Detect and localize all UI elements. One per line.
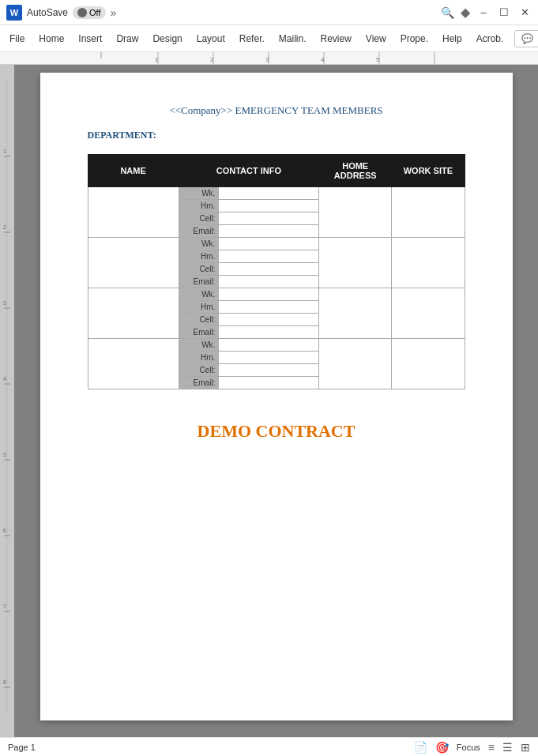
focus-label[interactable]: Focus [457,743,480,752]
contact-value-cell[interactable] [219,213,319,225]
contact-label-cell: Hm. [179,301,219,314]
contact-value-cell[interactable] [219,339,319,352]
autosave-toggle[interactable]: Off [73,6,105,19]
menu-layout[interactable]: Layout [190,30,231,47]
maximize-button[interactable]: ☐ [497,6,511,20]
menu-help[interactable]: Help [436,30,468,47]
menu-bar: File Home Insert Draw Design Layout Refe… [0,25,538,52]
menu-acrobat[interactable]: Acrob. [470,30,510,47]
contact-value-cell[interactable] [219,225,319,238]
contact-value-cell[interactable] [219,364,319,377]
table-row: Wk. [88,238,465,250]
contact-label-cell: Hm. [179,250,219,263]
work-site-cell[interactable] [392,187,465,238]
menu-view[interactable]: View [359,30,393,47]
contact-label-cell: Hm. [179,200,219,213]
contact-label-cell: Email: [179,326,219,339]
title-bar-left: W AutoSave Off » [6,5,217,21]
demo-contract-text: DEMO CONTRACT [88,421,465,442]
home-address-cell[interactable] [319,288,392,339]
document-title: <<Company>> EMERGENCY TEAM MEMBERS [88,104,465,117]
toggle-dot [77,8,87,17]
svg-text:4: 4 [3,376,6,382]
title-bar: W AutoSave Off » 🔍 ◆ – ☐ ✕ [0,0,538,25]
document-page: <<Company>> EMERGENCY TEAM MEMBERS DEPAR… [40,73,513,720]
svg-text:5: 5 [3,452,6,457]
menu-design[interactable]: Design [146,30,188,47]
name-cell[interactable] [88,288,179,339]
ruler: 1 2 3 4 5 [0,52,538,65]
home-address-cell[interactable] [319,187,392,238]
name-cell[interactable] [88,187,179,238]
contact-label-cell: Wk. [179,288,219,301]
menu-mailings[interactable]: Mailin. [273,30,313,47]
menu-draw[interactable]: Draw [110,30,145,47]
work-site-cell[interactable] [392,339,465,389]
menu-properties[interactable]: Prope. [394,30,435,47]
contact-value-cell[interactable] [219,301,319,314]
table-row: Wk. [88,339,465,352]
contact-value-cell[interactable] [219,326,319,339]
menu-references[interactable]: Refer. [233,30,271,47]
contact-label-cell: Wk. [179,238,219,250]
svg-text:6: 6 [3,528,6,533]
contact-value-cell[interactable] [219,263,319,276]
home-address-cell[interactable] [319,339,392,389]
svg-text:3: 3 [265,56,269,63]
menu-home[interactable]: Home [32,30,70,47]
table-row: Wk. [88,187,465,200]
minimize-button[interactable]: – [476,6,491,20]
contact-label-cell: Cell: [179,364,219,377]
col-header-home: HOMEADDRESS [319,155,392,187]
contact-value-cell[interactable] [219,288,319,301]
title-bar-right: 🔍 ◆ – ☐ ✕ [441,5,532,20]
focus-icon[interactable]: 🎯 [435,741,449,754]
contact-label-cell: Wk. [179,339,219,352]
status-icon-4[interactable]: ⊞ [521,741,530,754]
autosave-state: Off [89,8,100,17]
menu-review[interactable]: Review [314,30,357,47]
col-header-contact: CONTACT INFO [179,155,318,187]
contact-value-cell[interactable] [219,187,319,200]
status-bar-right: 📄 🎯 Focus ≡ ☰ ⊞ [414,741,530,754]
diamond-icon[interactable]: ◆ [461,5,470,20]
close-button[interactable]: ✕ [517,6,532,20]
svg-text:3: 3 [3,300,6,306]
table-header-row: NAME CONTACT INFO HOMEADDRESS WORK SITE [88,155,465,187]
contact-label-cell: Email: [179,225,219,238]
svg-text:4: 4 [321,56,325,63]
word-icon: W [6,5,22,21]
contact-value-cell[interactable] [219,314,319,326]
table-row: Wk. [88,288,465,301]
page-info: Page 1 [8,743,36,752]
svg-text:5: 5 [376,56,380,63]
name-cell[interactable] [88,238,179,288]
contact-value-cell[interactable] [219,276,319,288]
svg-text:8: 8 [3,679,6,685]
comment-button[interactable]: 💬 [514,30,538,47]
contact-value-cell[interactable] [219,250,319,263]
contact-value-cell[interactable] [219,238,319,250]
contact-value-cell[interactable] [219,200,319,213]
work-site-cell[interactable] [392,238,465,288]
status-icon-1[interactable]: 📄 [414,741,427,754]
contact-label-cell: Wk. [179,187,219,200]
contact-value-cell[interactable] [219,377,319,389]
search-icon[interactable]: 🔍 [441,6,454,19]
col-header-work: WORK SITE [392,155,465,187]
contact-label-cell: Cell: [179,213,219,225]
svg-text:7: 7 [3,604,6,609]
work-site-cell[interactable] [392,288,465,339]
home-address-cell[interactable] [319,238,392,288]
menu-file[interactable]: File [3,30,31,47]
menu-insert[interactable]: Insert [72,30,108,47]
layout-icon[interactable]: ≡ [488,741,495,754]
status-bar: Page 1 📄 🎯 Focus ≡ ☰ ⊞ [0,737,538,756]
contact-label-cell: Hm. [179,352,219,364]
name-cell[interactable] [88,339,179,389]
svg-text:2: 2 [3,224,6,230]
comment-icon: 💬 [521,33,533,44]
more-commands-icon[interactable]: » [111,6,117,19]
contact-value-cell[interactable] [219,352,319,364]
status-icon-3[interactable]: ☰ [502,741,513,754]
